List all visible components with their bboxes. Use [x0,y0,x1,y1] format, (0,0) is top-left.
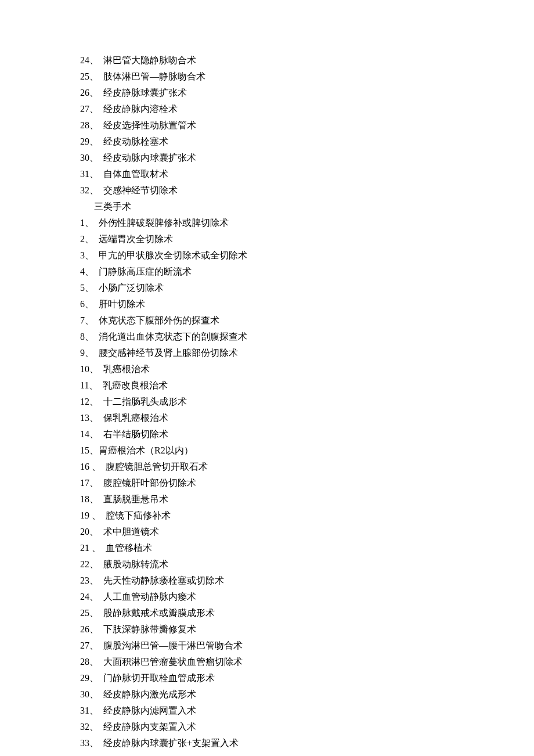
item-text: 人工血管动静脉内瘘术 [103,592,196,602]
item-number: 15、 [80,445,99,455]
item-text: 消化道出血休克状态下的剖腹探查术 [99,332,247,341]
item-number: 31、 [80,169,99,179]
item-text: 经皮静脉内溶栓术 [103,104,178,114]
list-item: 27、 经皮静脉内溶栓术 [80,101,534,117]
item-text: 腔镜下疝修补术 [106,510,171,520]
item-text: 腹腔镜胆总管切开取石术 [106,462,208,471]
item-number: 6、 [80,299,94,309]
item-text: 交感神经节切除术 [103,185,178,195]
list-item: 31、 自体血管取材术 [80,166,534,182]
item-gap [99,55,103,65]
list-item: 16 、 腹腔镜胆总管切开取石术 [80,459,534,475]
item-gap [99,527,103,537]
item-gap [99,673,103,683]
item-number: 30、 [80,689,99,699]
item-gap [99,136,103,146]
item-gap [99,657,103,667]
item-number: 23、 [80,575,99,585]
heading-text: 三类手术 [94,201,131,211]
item-text: 经皮静脉内激光成形术 [103,689,196,699]
list-item: 26、 经皮静脉球囊扩张术 [80,85,534,101]
item-number: 26、 [80,624,99,634]
item-number: 10、 [80,364,99,374]
item-number: 33、 [80,738,99,748]
item-number: 27、 [80,104,99,114]
item-text: 腋股动脉转流术 [103,559,168,569]
item-gap [99,71,103,81]
item-gap [94,218,99,228]
list-item: 33、 经皮静脉内球囊扩张+支架置入术 [80,735,534,751]
item-text: 小肠广泛切除术 [99,283,164,293]
list-item: 17、 腹腔镜肝叶部份切除术 [80,475,534,491]
item-number: 7、 [80,315,94,325]
item-text: 门静脉切开取栓血管成形术 [103,673,215,683]
item-number: 20、 [80,527,99,537]
item-gap [99,169,103,179]
item-gap [99,185,103,195]
list-item: 26、 下肢深静脉带瓣修复术 [80,621,534,638]
list-item: 11、 乳癌改良根治术 [80,377,534,394]
item-text: 外伤性脾破裂脾修补或脾切除术 [99,218,229,228]
item-number: 22、 [80,559,99,569]
document-content: 24、 淋巴管大隐静脉吻合术25、 肢体淋巴管—静脉吻合术26、 经皮静脉球囊扩… [0,52,534,751]
item-text: 腰交感神经节及肾上腺部份切除术 [99,348,238,358]
item-gap [94,234,99,244]
list-item: 2、 远端胃次全切除术 [80,231,534,247]
item-text: 胃癌根治术（R2以内） [99,445,193,455]
item-gap [99,592,103,602]
item-number: 4、 [80,267,94,276]
item-gap [99,608,103,618]
list-item: 22、 腋股动脉转流术 [80,556,534,573]
item-text: 经皮动脉栓塞术 [103,136,168,146]
item-number: 25、 [80,71,99,81]
item-text: 经皮选择性动脉置管术 [103,120,196,130]
section-heading: 三类手术 [80,199,534,215]
item-number: 18、 [80,494,99,504]
item-text: 股静脉戴戒术或瓣膜成形术 [103,608,215,618]
item-number: 32、 [80,722,99,732]
list-item: 21 、 血管移植术 [80,540,534,556]
list-item: 29、 经皮动脉栓塞术 [80,134,534,150]
item-gap [99,397,103,406]
item-gap [99,738,103,748]
item-number: 11、 [80,380,98,390]
item-text: 肢体淋巴管—静脉吻合术 [103,71,205,81]
item-text: 经皮静脉内球囊扩张+支架置入术 [103,738,239,748]
item-text: 经皮动脉内球囊扩张术 [103,153,196,163]
item-text: 十二指肠乳头成形术 [103,397,187,406]
item-text: 肝叶切除术 [99,299,145,309]
item-gap [99,429,103,439]
item-number: 9、 [80,348,94,358]
item-gap [94,299,99,309]
item-number: 31、 [80,705,99,715]
list-item: 14、 右半结肠切除术 [80,426,534,442]
item-text: 自体血管取材术 [103,169,168,179]
list-item: 9、 腰交感神经节及肾上腺部份切除术 [80,345,534,361]
item-gap [94,283,99,293]
item-text: 经皮静脉内滤网置入术 [103,705,196,715]
item-number: 14、 [80,429,99,439]
item-text: 乳癌改良根治术 [103,380,168,390]
list-item: 25、 股静脉戴戒术或瓣膜成形术 [80,605,534,621]
item-text: 直肠脱垂悬吊术 [103,494,168,504]
list-item: 30、 经皮动脉内球囊扩张术 [80,150,534,166]
item-number: 28、 [80,120,99,130]
list-item: 27、 腹股沟淋巴管—腰干淋巴管吻合术 [80,638,534,654]
section-1-list: 24、 淋巴管大隐静脉吻合术25、 肢体淋巴管—静脉吻合术26、 经皮静脉球囊扩… [80,52,534,199]
item-number: 8、 [80,332,94,341]
item-number: 29、 [80,136,99,146]
item-number: 28、 [80,657,99,667]
item-gap [94,267,99,276]
item-text: 保乳乳癌根治术 [103,413,168,423]
list-item: 15、胃癌根治术（R2以内） [80,442,534,459]
list-item: 23、 先天性动静脉瘘栓塞或切除术 [80,573,534,589]
item-text: 先天性动静脉瘘栓塞或切除术 [103,575,224,585]
item-gap [101,543,106,553]
list-item: 31、 经皮静脉内滤网置入术 [80,703,534,719]
item-text: 休克状态下腹部外伤的探查术 [99,315,219,325]
item-text: 乳癌根治术 [103,364,150,374]
item-gap [94,250,99,260]
item-gap [99,120,103,130]
item-text: 腹股沟淋巴管—腰干淋巴管吻合术 [103,640,243,650]
item-gap [101,462,106,471]
